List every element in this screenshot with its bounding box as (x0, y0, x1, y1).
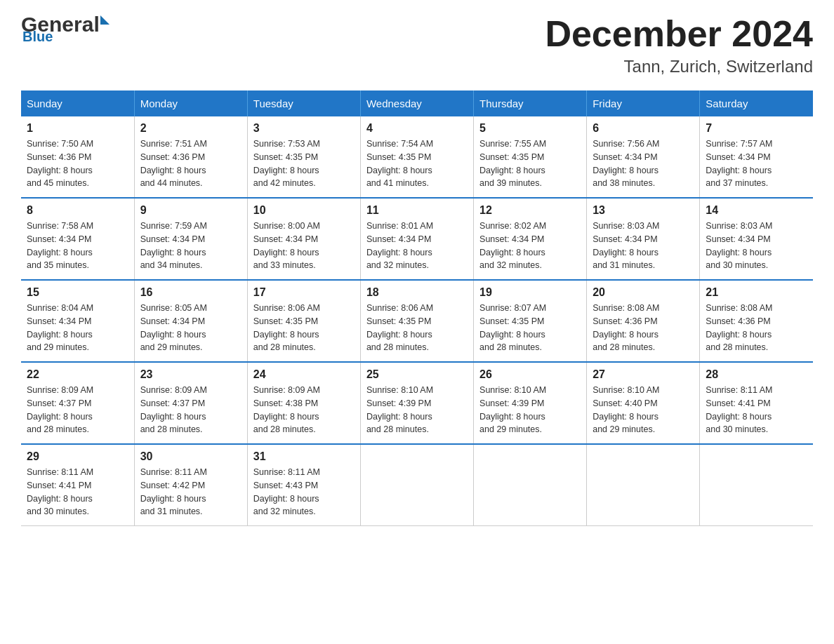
day-info: Sunrise: 7:54 AM Sunset: 4:35 PM Dayligh… (366, 137, 468, 190)
day-info: Sunrise: 7:55 AM Sunset: 4:35 PM Dayligh… (479, 137, 581, 190)
day-number: 14 (706, 204, 807, 217)
day-number: 16 (140, 286, 241, 299)
calendar-day-cell: 20 Sunrise: 8:08 AM Sunset: 4:36 PM Dayl… (587, 280, 700, 362)
calendar-day-cell: 25 Sunrise: 8:10 AM Sunset: 4:39 PM Dayl… (360, 362, 473, 444)
day-number: 27 (593, 368, 694, 381)
calendar-day-cell: 6 Sunrise: 7:56 AM Sunset: 4:34 PM Dayli… (587, 116, 700, 198)
col-header-tuesday: Tuesday (247, 90, 360, 116)
day-info: Sunrise: 8:02 AM Sunset: 4:34 PM Dayligh… (479, 220, 581, 272)
day-number: 4 (366, 122, 468, 135)
day-number: 15 (27, 286, 128, 299)
day-number: 11 (366, 204, 468, 217)
day-number: 17 (253, 286, 355, 299)
col-header-friday: Friday (587, 90, 700, 116)
calendar-day-cell (474, 444, 587, 526)
calendar-day-cell: 2 Sunrise: 7:51 AM Sunset: 4:36 PM Dayli… (134, 116, 247, 198)
calendar-day-cell: 28 Sunrise: 8:11 AM Sunset: 4:41 PM Dayl… (700, 362, 813, 444)
day-info: Sunrise: 8:11 AM Sunset: 4:41 PM Dayligh… (27, 466, 128, 518)
day-number: 23 (140, 368, 241, 381)
day-info: Sunrise: 8:03 AM Sunset: 4:34 PM Dayligh… (706, 220, 807, 272)
day-info: Sunrise: 7:53 AM Sunset: 4:35 PM Dayligh… (253, 137, 355, 190)
day-number: 29 (27, 450, 128, 463)
day-number: 20 (593, 286, 694, 299)
day-info: Sunrise: 8:01 AM Sunset: 4:34 PM Dayligh… (366, 220, 468, 272)
calendar-day-cell (587, 444, 700, 526)
calendar-day-cell: 26 Sunrise: 8:10 AM Sunset: 4:39 PM Dayl… (474, 362, 587, 444)
calendar-day-cell: 29 Sunrise: 8:11 AM Sunset: 4:41 PM Dayl… (21, 444, 134, 526)
day-number: 19 (479, 286, 581, 299)
day-number: 24 (253, 368, 355, 381)
col-header-sunday: Sunday (21, 90, 134, 116)
day-number: 28 (706, 368, 807, 381)
logo: General Blue (21, 14, 110, 43)
day-number: 9 (140, 204, 241, 217)
calendar-week-row: 15 Sunrise: 8:04 AM Sunset: 4:34 PM Dayl… (21, 280, 813, 362)
calendar-day-cell: 9 Sunrise: 7:59 AM Sunset: 4:34 PM Dayli… (134, 198, 247, 280)
calendar-day-cell: 5 Sunrise: 7:55 AM Sunset: 4:35 PM Dayli… (474, 116, 587, 198)
title-section: December 2024 Tann, Zurich, Switzerland (545, 14, 813, 76)
day-number: 25 (366, 368, 468, 381)
day-number: 10 (253, 204, 355, 217)
calendar-day-cell: 12 Sunrise: 8:02 AM Sunset: 4:34 PM Dayl… (474, 198, 587, 280)
day-number: 3 (253, 122, 355, 135)
calendar-day-cell (700, 444, 813, 526)
day-info: Sunrise: 8:09 AM Sunset: 4:38 PM Dayligh… (253, 384, 355, 436)
calendar-week-row: 1 Sunrise: 7:50 AM Sunset: 4:36 PM Dayli… (21, 116, 813, 198)
col-header-saturday: Saturday (700, 90, 813, 116)
day-info: Sunrise: 8:09 AM Sunset: 4:37 PM Dayligh… (27, 384, 128, 436)
calendar-header-row: SundayMondayTuesdayWednesdayThursdayFrid… (21, 90, 813, 116)
day-info: Sunrise: 8:11 AM Sunset: 4:43 PM Dayligh… (253, 466, 355, 518)
day-info: Sunrise: 8:10 AM Sunset: 4:39 PM Dayligh… (366, 384, 468, 436)
calendar-day-cell: 22 Sunrise: 8:09 AM Sunset: 4:37 PM Dayl… (21, 362, 134, 444)
calendar-day-cell: 19 Sunrise: 8:07 AM Sunset: 4:35 PM Dayl… (474, 280, 587, 362)
day-info: Sunrise: 7:56 AM Sunset: 4:34 PM Dayligh… (593, 137, 694, 190)
month-year-title: December 2024 (545, 14, 813, 54)
calendar-day-cell: 10 Sunrise: 8:00 AM Sunset: 4:34 PM Dayl… (247, 198, 360, 280)
day-info: Sunrise: 7:58 AM Sunset: 4:34 PM Dayligh… (27, 220, 128, 272)
day-number: 13 (593, 204, 694, 217)
day-info: Sunrise: 8:00 AM Sunset: 4:34 PM Dayligh… (253, 220, 355, 272)
calendar-day-cell: 23 Sunrise: 8:09 AM Sunset: 4:37 PM Dayl… (134, 362, 247, 444)
day-info: Sunrise: 8:10 AM Sunset: 4:40 PM Dayligh… (593, 384, 694, 436)
col-header-thursday: Thursday (474, 90, 587, 116)
day-info: Sunrise: 7:50 AM Sunset: 4:36 PM Dayligh… (27, 137, 128, 190)
day-info: Sunrise: 8:09 AM Sunset: 4:37 PM Dayligh… (140, 384, 241, 436)
calendar-day-cell: 30 Sunrise: 8:11 AM Sunset: 4:42 PM Dayl… (134, 444, 247, 526)
day-number: 8 (27, 204, 128, 217)
page-header: General Blue December 2024 Tann, Zurich,… (21, 14, 813, 76)
day-number: 21 (706, 286, 807, 299)
calendar-day-cell (360, 444, 473, 526)
day-info: Sunrise: 8:11 AM Sunset: 4:42 PM Dayligh… (140, 466, 241, 518)
day-info: Sunrise: 8:04 AM Sunset: 4:34 PM Dayligh… (27, 302, 128, 354)
day-number: 26 (479, 368, 581, 381)
day-info: Sunrise: 8:05 AM Sunset: 4:34 PM Dayligh… (140, 302, 241, 354)
calendar-day-cell: 14 Sunrise: 8:03 AM Sunset: 4:34 PM Dayl… (700, 198, 813, 280)
day-info: Sunrise: 7:51 AM Sunset: 4:36 PM Dayligh… (140, 137, 241, 190)
logo-blue-text: Blue (22, 29, 53, 43)
calendar-day-cell: 17 Sunrise: 8:06 AM Sunset: 4:35 PM Dayl… (247, 280, 360, 362)
day-number: 30 (140, 450, 241, 463)
day-info: Sunrise: 8:08 AM Sunset: 4:36 PM Dayligh… (593, 302, 694, 354)
calendar-day-cell: 13 Sunrise: 8:03 AM Sunset: 4:34 PM Dayl… (587, 198, 700, 280)
calendar-day-cell: 24 Sunrise: 8:09 AM Sunset: 4:38 PM Dayl… (247, 362, 360, 444)
logo-triangle-icon (100, 15, 110, 25)
calendar-day-cell: 4 Sunrise: 7:54 AM Sunset: 4:35 PM Dayli… (360, 116, 473, 198)
calendar-day-cell: 31 Sunrise: 8:11 AM Sunset: 4:43 PM Dayl… (247, 444, 360, 526)
day-number: 1 (27, 122, 128, 135)
day-info: Sunrise: 8:06 AM Sunset: 4:35 PM Dayligh… (366, 302, 468, 354)
calendar-table: SundayMondayTuesdayWednesdayThursdayFrid… (21, 90, 813, 526)
day-number: 7 (706, 122, 807, 135)
calendar-day-cell: 8 Sunrise: 7:58 AM Sunset: 4:34 PM Dayli… (21, 198, 134, 280)
calendar-day-cell: 15 Sunrise: 8:04 AM Sunset: 4:34 PM Dayl… (21, 280, 134, 362)
day-number: 2 (140, 122, 241, 135)
day-info: Sunrise: 8:10 AM Sunset: 4:39 PM Dayligh… (479, 384, 581, 436)
calendar-day-cell: 7 Sunrise: 7:57 AM Sunset: 4:34 PM Dayli… (700, 116, 813, 198)
day-number: 5 (479, 122, 581, 135)
day-info: Sunrise: 7:57 AM Sunset: 4:34 PM Dayligh… (706, 137, 807, 190)
calendar-day-cell: 27 Sunrise: 8:10 AM Sunset: 4:40 PM Dayl… (587, 362, 700, 444)
day-info: Sunrise: 8:06 AM Sunset: 4:35 PM Dayligh… (253, 302, 355, 354)
day-number: 6 (593, 122, 694, 135)
calendar-day-cell: 11 Sunrise: 8:01 AM Sunset: 4:34 PM Dayl… (360, 198, 473, 280)
calendar-day-cell: 3 Sunrise: 7:53 AM Sunset: 4:35 PM Dayli… (247, 116, 360, 198)
location-subtitle: Tann, Zurich, Switzerland (545, 57, 813, 76)
